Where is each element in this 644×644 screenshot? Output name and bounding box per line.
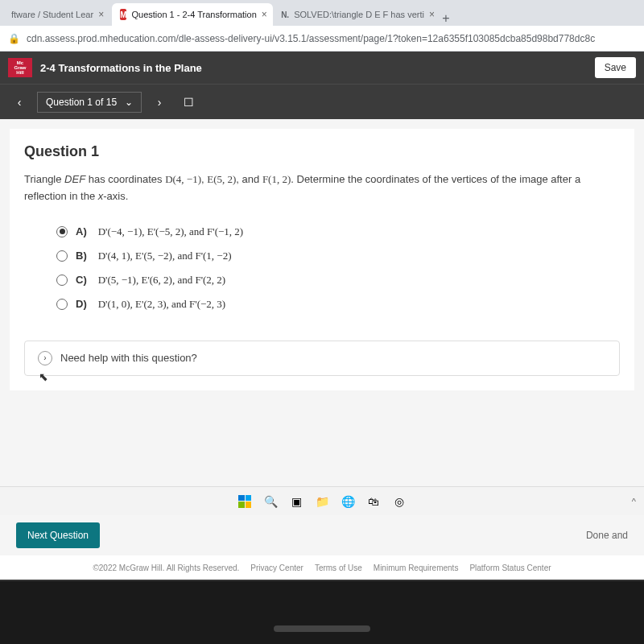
footer: ©2022 McGraw Hill. All Rights Reserved. … [0, 555, 644, 580]
lock-icon: 🔒 [8, 33, 20, 44]
question-card: Question 1 Triangle DEF has coordinates … [10, 129, 634, 390]
close-icon[interactable]: × [98, 9, 104, 20]
file-explorer-icon[interactable]: 📁 [312, 492, 332, 511]
browser-tab[interactable]: N. SOLVED:\triangle D E F has verti × [273, 3, 434, 26]
windows-start-icon[interactable] [235, 492, 254, 511]
laptop-hinge [274, 625, 370, 632]
chevron-down-icon: ⌄ [125, 97, 133, 108]
tab-favicon: M [120, 9, 126, 20]
done-text: Done and [586, 530, 628, 541]
url-text[interactable]: cdn.assess.prod.mheducation.com/dle-asse… [27, 33, 636, 44]
help-box[interactable]: › Need help with this question? [24, 341, 620, 376]
radio-icon[interactable] [56, 250, 68, 262]
answer-choices: A) D'(−4, −1), E'(−5, 2), and F'(−1, 2) … [56, 220, 620, 316]
answer-choice-b[interactable]: B) D'(4, 1), E'(5, −2), and F'(1, −2) [56, 244, 620, 268]
next-question-button[interactable]: Next Question [16, 522, 100, 548]
question-selector[interactable]: Question 1 of 15 ⌄ [37, 92, 142, 113]
save-button[interactable]: Save [595, 57, 636, 78]
question-heading: Question 1 [24, 143, 620, 160]
task-view-icon[interactable]: ▣ [287, 492, 306, 511]
content-area: Question 1 Triangle DEF has coordinates … [0, 119, 644, 515]
address-bar: 🔒 cdn.assess.prod.mheducation.com/dle-as… [0, 26, 644, 52]
question-nav: ‹ Question 1 of 15 ⌄ › ☐ [0, 84, 644, 119]
assessment-title: 2-4 Transformations in the Plane [40, 62, 587, 74]
system-tray[interactable]: ^ [632, 497, 636, 506]
tab-label: SOLVED:\triangle D E F has verti [294, 10, 424, 19]
new-tab-button[interactable]: + [434, 11, 457, 26]
mcgraw-hill-logo: McGrawHill [8, 58, 32, 77]
radio-icon[interactable] [56, 299, 68, 310]
tab-label: Question 1 - 2-4 Transformation [131, 10, 256, 19]
chevron-right-icon: › [38, 351, 52, 365]
action-bar: Next Question Done and [0, 515, 644, 555]
footer-link[interactable]: Platform Status Center [469, 564, 551, 572]
store-icon[interactable]: 🛍 [364, 492, 383, 511]
copyright: ©2022 McGraw Hill. All Rights Reserved. [93, 564, 239, 572]
browser-tab[interactable]: ftware / Student Lear × [3, 3, 112, 26]
browser-tab-active[interactable]: M Question 1 - 2-4 Transformation × [112, 3, 273, 26]
windows-taskbar: 🔍 ▣ 📁 🌐 🛍 ◎ ^ [0, 486, 644, 515]
next-question-button[interactable]: › [148, 91, 171, 114]
prev-question-button[interactable]: ‹ [8, 91, 31, 114]
help-text: Need help with this question? [60, 352, 197, 364]
answer-choice-d[interactable]: D) D'(1, 0), E'(2, 3), and F'(−2, 3) [56, 292, 620, 316]
browser-tab-strip: ftware / Student Lear × M Question 1 - 2… [0, 0, 644, 26]
laptop-bezel [0, 580, 644, 644]
tab-label: ftware / Student Lear [11, 10, 93, 19]
bookmark-icon[interactable]: ☐ [177, 91, 200, 114]
tab-favicon: N. [281, 9, 289, 20]
search-icon[interactable]: 🔍 [261, 492, 280, 511]
chrome-icon[interactable]: ◎ [390, 492, 409, 511]
footer-link[interactable]: Minimum Requirements [374, 564, 459, 572]
radio-selected-icon[interactable] [56, 226, 68, 237]
radio-icon[interactable] [56, 275, 68, 286]
answer-choice-a[interactable]: A) D'(−4, −1), E'(−5, 2), and F'(−1, 2) [56, 220, 620, 244]
app-header: McGrawHill 2-4 Transformations in the Pl… [0, 52, 644, 84]
close-icon[interactable]: × [262, 9, 267, 20]
answer-choice-c[interactable]: C) D'(5, −1), E'(6, 2), and F'(2, 2) [56, 268, 620, 292]
footer-link[interactable]: Privacy Center [250, 564, 303, 572]
footer-link[interactable]: Terms of Use [315, 564, 362, 572]
edge-icon[interactable]: 🌐 [338, 492, 357, 511]
question-stem: Triangle DEF has coordinates D(4, −1), E… [24, 171, 620, 205]
question-counter: Question 1 of 15 [46, 97, 117, 108]
